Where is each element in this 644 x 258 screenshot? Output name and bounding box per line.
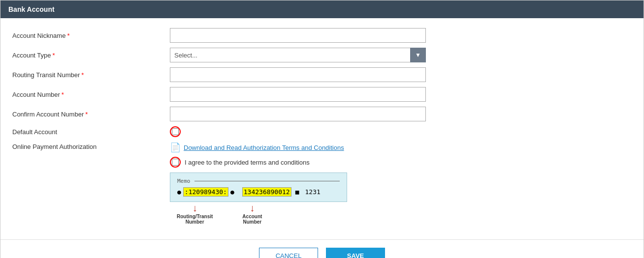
check-numbers-row: ● :120989430: ● 134236890012 ■ 1231 — [177, 187, 340, 197]
default-account-row: Default Account — [12, 126, 632, 137]
check-number-display: 1231 — [305, 188, 321, 196]
check-image: Memo ● :120989430: ● 134236890012 ■ 1231 — [170, 172, 347, 202]
online-payment-content: 📄 Download and Read Authorization Terms … — [170, 142, 344, 168]
default-account-label: Default Account — [12, 128, 170, 136]
account-arrow-label: Account Number — [242, 214, 262, 225]
account-separator: ■ — [295, 188, 299, 196]
routing-transit-label: Routing Transit Number* — [12, 71, 170, 79]
required-marker3: * — [81, 71, 84, 79]
memo-line-divider — [194, 181, 340, 181]
routing-arrow-col: ↓ Routing/Transit Number — [177, 203, 213, 225]
modal-title: Bank Account — [8, 5, 55, 13]
account-type-row: Account Type* Select... Checking Savings… — [12, 48, 632, 62]
save-button[interactable]: SAVE — [326, 248, 385, 258]
required-marker2: * — [53, 52, 55, 59]
account-type-select-wrapper: Select... Checking Savings ▼ — [170, 48, 426, 62]
routing-transit-row: Routing Transit Number* — [12, 67, 632, 82]
modal-footer: CANCEL SAVE — [0, 239, 644, 258]
terms-link-row: 📄 Download and Read Authorization Terms … — [170, 142, 344, 153]
cancel-button[interactable]: CANCEL — [259, 248, 318, 258]
terms-link[interactable]: Download and Read Authorization Terms an… — [184, 144, 344, 151]
required-marker: * — [67, 32, 69, 39]
check-memo-line: Memo — [177, 178, 340, 184]
memo-label: Memo — [177, 178, 191, 184]
account-nickname-row: Account Nickname* — [12, 28, 632, 43]
account-number-row: Account Number* — [12, 87, 632, 102]
routing-number-display: :120989430: — [183, 187, 228, 197]
account-arrow-icon: ↓ — [250, 203, 255, 213]
required-marker5: * — [85, 111, 88, 118]
account-number-input[interactable] — [170, 87, 426, 102]
bank-account-modal: Bank Account Account Nickname* Account T… — [0, 0, 644, 258]
required-marker4: * — [62, 91, 64, 98]
account-arrow-col: ↓ Account Number — [242, 203, 262, 225]
arrows-container: ↓ Routing/Transit Number ↓ Account Numbe… — [177, 203, 347, 225]
confirm-account-label: Confirm Account Number* — [12, 111, 170, 118]
routing-end-symbol: ● — [230, 188, 234, 196]
routing-arrow-icon: ↓ — [193, 203, 197, 213]
routing-start-symbol: ● — [177, 188, 181, 196]
account-number-display: 134236890012 — [242, 187, 291, 197]
account-type-select[interactable]: Select... Checking Savings — [170, 48, 426, 62]
account-nickname-label: Account Nickname* — [12, 32, 170, 39]
online-payment-row: Online Payment Authorization 📄 Download … — [12, 142, 632, 168]
modal-header: Bank Account — [0, 0, 644, 18]
default-account-circle — [170, 126, 181, 137]
routing-arrow-label: Routing/Transit Number — [177, 214, 213, 225]
account-type-label: Account Type* — [12, 52, 170, 59]
check-diagram: Memo ● :120989430: ● 134236890012 ■ 1231… — [170, 172, 347, 225]
pdf-icon: 📄 — [170, 142, 181, 153]
account-nickname-input[interactable] — [170, 28, 426, 43]
routing-transit-input[interactable] — [170, 67, 426, 82]
default-account-checkbox[interactable] — [172, 128, 179, 135]
account-number-label: Account Number* — [12, 91, 170, 98]
confirm-account-row: Confirm Account Number* — [12, 107, 632, 121]
online-payment-label: Online Payment Authorization — [12, 142, 170, 150]
agree-checkbox[interactable] — [172, 159, 179, 166]
agree-text: I agree to the provided terms and condit… — [185, 159, 310, 166]
default-account-checkbox-wrapper — [170, 126, 181, 137]
agree-checkbox-circle — [170, 157, 181, 168]
confirm-account-input[interactable] — [170, 107, 426, 121]
modal-body: Account Nickname* Account Type* Select..… — [0, 18, 644, 234]
agree-row: I agree to the provided terms and condit… — [170, 157, 344, 168]
